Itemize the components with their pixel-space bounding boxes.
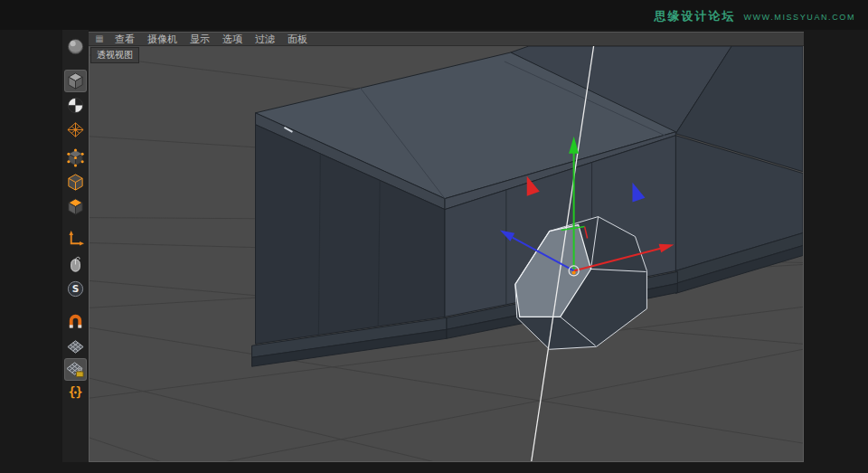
- brackets-icon: {}: [66, 383, 85, 402]
- watermark-url-text: WWW.MISSYUAN.COM: [743, 13, 855, 22]
- tool-grid-lock[interactable]: [65, 359, 86, 380]
- menu-view[interactable]: 查看: [108, 33, 141, 45]
- menu-options[interactable]: 选项: [216, 33, 249, 45]
- polygons-mode-icon: [66, 197, 85, 216]
- quantize-grid-icon: [66, 337, 85, 356]
- viewport-grip-icon[interactable]: ▦: [90, 33, 108, 45]
- mouse-icon: [66, 255, 85, 274]
- texture-mode-icon: [66, 96, 85, 115]
- tool-axis-mode[interactable]: [65, 229, 86, 250]
- menu-panel[interactable]: 面板: [281, 33, 314, 45]
- axis-mode-icon: [66, 230, 85, 249]
- tool-quantize-grid[interactable]: [65, 336, 86, 357]
- tool-navigation-ball[interactable]: [65, 36, 86, 57]
- viewport-menubar: ▦ 查看 摄像机 显示 选项 过滤 面板: [89, 32, 804, 46]
- viewport-label[interactable]: 透视视图: [90, 47, 139, 63]
- svg-text:S: S: [72, 283, 80, 294]
- tool-edges-mode[interactable]: [65, 172, 86, 193]
- tool-points-mode[interactable]: [65, 147, 86, 168]
- navigation-ball-icon: [66, 37, 85, 56]
- watermark-chinese-text: 思缘设计论坛: [654, 8, 735, 24]
- cinema4d-window: 思缘设计论坛 WWW.MISSYUAN.COM: [0, 0, 868, 473]
- menu-camera[interactable]: 摄像机: [141, 33, 184, 45]
- menu-filter[interactable]: 过滤: [249, 33, 281, 45]
- top-title-bar: 思缘设计论坛 WWW.MISSYUAN.COM: [0, 0, 868, 30]
- menu-display[interactable]: 显示: [184, 33, 216, 45]
- tool-mouse-input[interactable]: [65, 254, 86, 275]
- grid-lock-icon: [66, 360, 85, 379]
- tool-model-mode[interactable]: [65, 71, 86, 91]
- tool-magnet[interactable]: [65, 310, 86, 331]
- forum-watermark: 思缘设计论坛 WWW.MISSYUAN.COM: [654, 8, 855, 24]
- points-mode-icon: [66, 148, 85, 167]
- perspective-viewport[interactable]: 透视视图: [89, 46, 804, 462]
- tool-snap[interactable]: S: [65, 279, 86, 299]
- snap-icon: S: [66, 279, 85, 298]
- magnet-icon: [66, 311, 85, 330]
- workplane-grid-icon: [66, 120, 85, 139]
- gizmo-center-dot: [572, 270, 576, 274]
- scene-canvas[interactable]: [90, 46, 803, 461]
- tool-polygons-mode[interactable]: [65, 196, 86, 217]
- edges-mode-icon: [66, 173, 85, 192]
- tool-workplane-brackets[interactable]: {}: [65, 382, 86, 402]
- tool-texture-mode[interactable]: [65, 95, 86, 116]
- tool-workplane-mode[interactable]: [65, 119, 86, 140]
- tool-sidebar: S {}: [62, 30, 89, 462]
- model-mode-cube-icon: [66, 71, 85, 90]
